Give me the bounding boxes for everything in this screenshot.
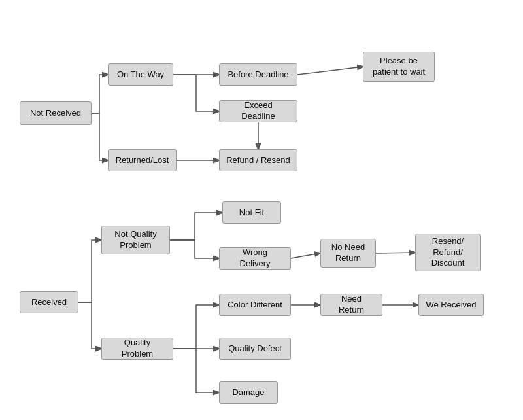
before-deadline-node: Before Deadline (219, 63, 297, 86)
resend-refund-node: Resend/ Refund/ Discount (415, 234, 481, 271)
svg-line-5 (291, 253, 320, 258)
please-wait-node: Please be patient to wait (363, 52, 435, 82)
received-node: Received (20, 291, 78, 313)
need-return-node: Need Return (320, 294, 382, 316)
on-the-way-node: On The Way (108, 63, 173, 86)
we-received-node: We Received (418, 294, 484, 316)
damage-node: Damage (219, 381, 278, 404)
exceed-deadline-node: Exceed Deadline (219, 100, 297, 122)
svg-line-1 (297, 67, 363, 75)
not-fit-node: Not Fit (222, 201, 281, 224)
quality-defect-node: Quality Defect (219, 338, 291, 360)
svg-line-6 (376, 253, 415, 253)
wrong-delivery-node: Wrong Delivery (219, 247, 291, 270)
not-received-node: Not Received (20, 101, 92, 125)
color-different-node: Color Different (219, 294, 291, 316)
refund-resend-node: Refund / Resend (219, 149, 297, 171)
not-quality-node: Not Quality Problem (101, 226, 170, 254)
no-need-return-node: No Need Return (320, 239, 376, 268)
returned-lost-node: Returned/Lost (108, 149, 177, 171)
quality-problem-node: Quality Problem (101, 338, 173, 360)
